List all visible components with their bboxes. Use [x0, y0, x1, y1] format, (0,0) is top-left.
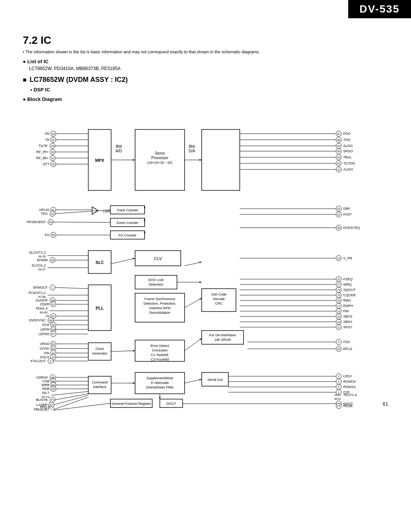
svg-text:C1-Twofold,: C1-Twofold, — [151, 353, 169, 357]
svg-text:17: 17 — [337, 305, 340, 307]
intro-text: • The information shown in the list is b… — [23, 50, 388, 54]
svg-text:AUXO: AUXO — [343, 168, 353, 171]
svg-text:XOUT: XOUT — [40, 355, 50, 359]
svg-text:PW: PW — [343, 309, 349, 313]
svg-text:SLCO1,2: SLCO1,2 — [32, 264, 46, 267]
svg-text:93: 93 — [52, 324, 55, 326]
svg-text:DOUT: DOUT — [166, 402, 176, 406]
svg-text:SPDO: SPDO — [343, 149, 353, 153]
svg-line-98 — [53, 222, 110, 222]
svg-text:LEFM: LEFM — [40, 328, 49, 331]
svg-text:General Purpose Register: General Purpose Register — [112, 402, 151, 406]
svg-text:48: 48 — [337, 139, 340, 141]
svg-text:RF_BH: RF_BH — [36, 156, 48, 160]
svg-text:TBAL: TBAL — [343, 155, 352, 159]
svg-text:Demodulation: Demodulation — [149, 311, 170, 315]
svg-text:59: 59 — [52, 388, 55, 390]
svg-text:39: 39 — [51, 259, 54, 262]
svg-text:95: 95 — [337, 227, 340, 229]
list-ic-models: LC78652W, PD3410A, MB86373B, PE5185A — [29, 66, 388, 71]
svg-text:FDO: FDO — [343, 132, 350, 136]
svg-text:RESB: RESB — [343, 404, 353, 408]
svg-text:SBSY: SBSY — [343, 320, 352, 324]
svg-text:DVDSYEQ: DVDSYEQ — [343, 226, 360, 230]
svg-text:1: 1 — [52, 286, 53, 289]
svg-text:VPDO: VPDO — [40, 342, 49, 346]
svg-text:Serial Out: Serial Out — [207, 378, 223, 382]
svg-text:Processor: Processor — [151, 156, 169, 160]
svg-text:LASER: LASER — [36, 403, 48, 407]
svg-text:Servo: Servo — [155, 151, 165, 155]
svg-text:16k SRAM: 16k SRAM — [214, 338, 231, 342]
svg-text:(16×16+32→32): (16×16+32→32) — [147, 161, 172, 165]
svg-text:2: 2 — [338, 391, 339, 394]
block-diagram-title: Block Diagram — [23, 96, 388, 102]
svg-text:ADRA0: ADRA0 — [36, 375, 48, 379]
svg-text:12: 12 — [337, 310, 340, 313]
svg-text:Track Counter: Track Counter — [117, 208, 139, 212]
svg-line-319 — [111, 258, 135, 264]
svg-line-327 — [185, 379, 202, 383]
svg-text:36,37: 36,37 — [38, 268, 46, 271]
svg-text:92: 92 — [52, 315, 55, 318]
svg-text:TDO: TDO — [343, 138, 350, 142]
svg-text:Error Detect: Error Detect — [151, 344, 169, 348]
svg-text:Frame Synchronous: Frame Synchronous — [144, 297, 175, 301]
svg-text:3: 3 — [338, 386, 339, 388]
list-ic-title: List of IC — [23, 59, 388, 64]
svg-text:Decode: Decode — [213, 297, 225, 301]
svg-line-323 — [185, 262, 202, 266]
svg-text:42: 42 — [337, 168, 340, 171]
svg-text:91: 91 — [52, 303, 55, 306]
svg-text:D/A: D/A — [189, 149, 195, 153]
svg-text:TILTE: TILTE — [38, 144, 48, 148]
svg-text:20: 20 — [337, 348, 340, 350]
svg-text:43: 43 — [337, 162, 340, 165]
svg-text:32: 32 — [52, 139, 55, 141]
svg-text:8: 8 — [50, 360, 51, 363]
svg-text:WRQ: WRQ — [343, 283, 352, 286]
svg-text:75: 75 — [337, 294, 340, 297]
svg-text:DVDSYNC: DVDSYNC — [29, 318, 46, 322]
svg-text:TE: TE — [45, 138, 49, 142]
svg-text:V_PB: V_PB — [343, 256, 352, 260]
svg-text:26: 26 — [51, 212, 54, 215]
svg-text:96: 96 — [49, 319, 52, 322]
svg-text:Clock: Clock — [96, 347, 104, 351]
svg-rect-6 — [135, 129, 185, 190]
svg-text:23: 23 — [337, 257, 340, 260]
svg-text:25,27: 25,27 — [334, 394, 341, 396]
svg-text:MPX: MPX — [95, 158, 105, 163]
svg-text:45: 45 — [337, 145, 340, 147]
svg-text:SBCK: SBCK — [343, 315, 353, 318]
svg-text:14: 14 — [52, 352, 55, 355]
svg-text:XTALOUT: XTALOUT — [30, 359, 46, 363]
svg-text:8bit: 8bit — [189, 144, 195, 149]
svg-text:PCKIST1,2: PCKIST1,2 — [29, 291, 46, 295]
svg-text:Correction: Correction — [152, 348, 168, 352]
svg-text:44: 44 — [337, 156, 340, 159]
svg-text:LEFM2: LEFM2 — [38, 332, 49, 336]
svg-text:Interface: Interface — [93, 385, 106, 389]
svg-text:FSX: FSX — [343, 340, 350, 344]
svg-text:80: 80 — [52, 347, 55, 350]
svg-text:21: 21 — [337, 278, 340, 281]
svg-text:97: 97 — [52, 333, 55, 335]
svg-text:FAST: FAST — [343, 212, 352, 216]
svg-text:CRC: CRC — [215, 302, 223, 305]
svg-line-116 — [55, 288, 88, 289]
svg-text:83-85: 83-85 — [40, 311, 48, 314]
svg-text:CLV: CLV — [154, 256, 162, 261]
svg-text:74: 74 — [337, 289, 340, 291]
svg-text:DVDFR: DVDFR — [36, 299, 48, 302]
svg-text:Detection: Detection — [149, 283, 163, 286]
page-title: DV-535 — [348, 0, 411, 18]
svg-text:D Attenuate: D Attenuate — [151, 381, 169, 385]
block-diagram: MPX 8bit A/D Servo Processor (16×16+32→3… — [27, 106, 384, 403]
svg-text:RF_PH: RF_PH — [36, 150, 48, 154]
svg-text:34,35: 34,35 — [38, 255, 46, 258]
svg-text:11: 11 — [337, 326, 340, 329]
svg-text:28: 28 — [52, 163, 55, 166]
svg-text:18: 18 — [337, 321, 340, 323]
svg-text:DRF: DRF — [343, 207, 350, 211]
